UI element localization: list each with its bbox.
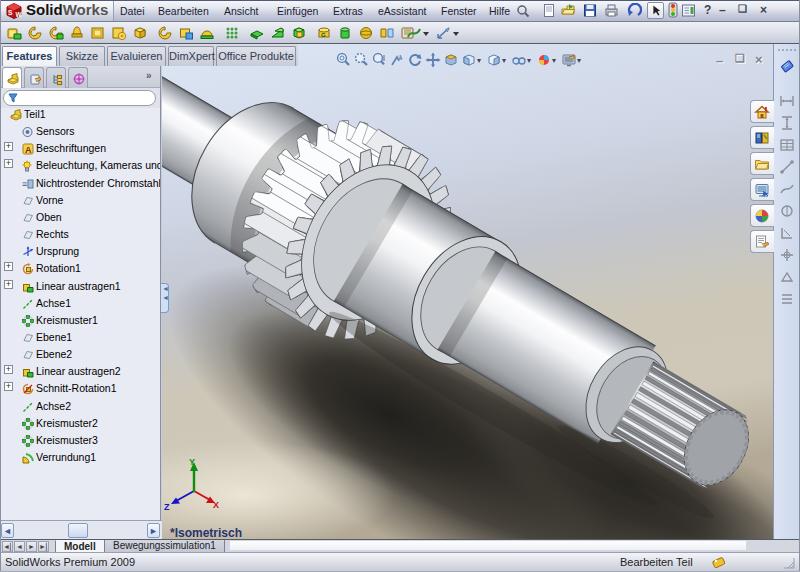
svg-text:S: S [8,9,13,16]
svg-text:≡: ≡ [22,179,27,189]
svg-text:Z: Z [164,502,170,512]
svg-text:Y: Y [189,457,195,467]
svg-text:X: X [213,500,219,510]
svg-text:*Isometrisch: *Isometrisch [170,526,242,539]
svg-text:W: W [16,11,23,18]
svg-text:G: G [321,32,326,38]
svg-text:A: A [25,145,32,155]
